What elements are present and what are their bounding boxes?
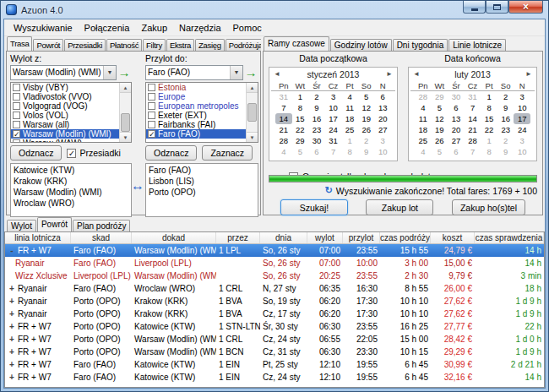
deselect-arrival-button[interactable]: Odznacz bbox=[145, 145, 197, 161]
result-row[interactable]: +FR + W7Porto (OPO)Katowice (KTW)1 STN-L… bbox=[5, 320, 544, 333]
list-item[interactable]: European metropoles bbox=[146, 101, 246, 111]
calendar-day[interactable]: 17 bbox=[325, 113, 342, 124]
list-item[interactable]: Visby (VBY) bbox=[11, 83, 119, 92]
checkbox-icon[interactable] bbox=[13, 112, 20, 119]
list-item[interactable]: Europe bbox=[146, 92, 246, 101]
menu-polaczenia[interactable]: Połączenia bbox=[79, 21, 136, 35]
calendar-day[interactable]: 1 bbox=[292, 91, 309, 102]
select-arrival-button[interactable]: Zaznacz bbox=[202, 145, 253, 161]
calendar-day[interactable]: 1 bbox=[481, 135, 497, 146]
expand-icon[interactable]: + bbox=[8, 295, 15, 308]
expand-icon[interactable]: + bbox=[8, 358, 15, 371]
list-item[interactable]: ✓Warsaw (Modlin) (WMI) bbox=[11, 129, 119, 139]
calendar-day[interactable]: 24 bbox=[514, 124, 530, 135]
list-item[interactable]: Exeter (EXT) bbox=[146, 111, 246, 120]
calendar-day[interactable]: 15 bbox=[292, 113, 309, 124]
calendar-day[interactable]: 30 bbox=[448, 91, 465, 102]
calendar-day[interactable]: 27 bbox=[448, 135, 465, 146]
calendar-day[interactable]: 6 bbox=[374, 91, 391, 102]
calendar-day[interactable]: 21 bbox=[465, 124, 481, 135]
calendar-day[interactable]: 9 bbox=[497, 146, 514, 157]
add-departure-button[interactable]: → bbox=[117, 65, 132, 80]
calendar-day[interactable]: 2 bbox=[497, 91, 514, 102]
list-item[interactable]: Fairbanks (FAI) bbox=[146, 120, 246, 129]
calendar-day[interactable]: 13 bbox=[374, 102, 391, 113]
transfers-checkbox[interactable]: ✓ Przesiadki bbox=[67, 148, 120, 158]
calendar-day[interactable]: 22 bbox=[481, 124, 497, 135]
calendar-day[interactable]: 25 bbox=[341, 124, 358, 135]
column-header-przez[interactable]: przez bbox=[216, 232, 260, 243]
calendar-day[interactable]: 2 bbox=[308, 91, 325, 102]
scroll-up-icon[interactable]: ▲ bbox=[247, 83, 258, 93]
calendar-day[interactable]: 23 bbox=[308, 124, 325, 135]
checkbox-icon[interactable] bbox=[13, 93, 20, 101]
arrival-selected-list[interactable]: Faro (FAO)Lisbon (LIS)Porto (OPO) bbox=[145, 163, 258, 217]
calendar-day[interactable]: 4 bbox=[415, 146, 432, 157]
calendar-day[interactable]: 5 bbox=[292, 146, 309, 157]
result-row[interactable]: +FR + W7Porto (OPO)Warsaw (Modlin) (WMI)… bbox=[5, 346, 544, 358]
calendar-day[interactable]: 24 bbox=[325, 124, 342, 135]
expand-icon[interactable]: + bbox=[8, 308, 15, 320]
calendar-day[interactable]: 26 bbox=[358, 124, 375, 135]
scrollbar-thumb[interactable] bbox=[121, 113, 130, 132]
calendar-day[interactable]: 15 bbox=[481, 113, 497, 124]
tab-powrot[interactable]: Powrót bbox=[37, 217, 72, 231]
calendar-day[interactable]: 5 bbox=[358, 91, 375, 102]
menu-zakup[interactable]: Zakup bbox=[135, 21, 173, 35]
calendar-day[interactable]: 25 bbox=[415, 135, 432, 146]
calendar-day[interactable]: 3 bbox=[374, 135, 391, 146]
calendar-day[interactable]: 9 bbox=[308, 102, 325, 113]
calendar-day[interactable]: 7 bbox=[325, 146, 342, 157]
checkbox-icon[interactable]: ✓ bbox=[67, 149, 76, 158]
tab-platnosc[interactable]: Płatność bbox=[106, 39, 142, 51]
calendar-day[interactable]: 11 bbox=[341, 102, 358, 113]
dropdown-icon[interactable]: ▼ bbox=[103, 66, 116, 79]
calendar-day[interactable]: 5 bbox=[432, 146, 448, 157]
calendar-prev-icon[interactable]: ◄ bbox=[273, 70, 281, 78]
column-header-koszt[interactable]: koszt bbox=[431, 232, 475, 243]
calendar-day[interactable]: 19 bbox=[432, 124, 448, 135]
calendar-day[interactable]: 8 bbox=[481, 102, 497, 113]
buy-hotel-button[interactable]: Zakup ho(s)tel bbox=[452, 199, 525, 215]
calendar-day[interactable]: 4 bbox=[341, 91, 358, 102]
calendar-day[interactable]: 21 bbox=[275, 124, 292, 135]
close-button[interactable]: × bbox=[508, 1, 543, 14]
expand-icon[interactable]: + bbox=[8, 320, 15, 333]
list-item[interactable]: Warsaw (all) bbox=[11, 120, 119, 129]
expand-icon[interactable]: + bbox=[8, 282, 15, 295]
calendar-day[interactable]: 9 bbox=[497, 102, 514, 113]
column-header-skad[interactable]: skad bbox=[71, 232, 132, 243]
calendar-day[interactable]: 7 bbox=[465, 102, 481, 113]
menu-narzedzia[interactable]: Narzędzia bbox=[173, 21, 227, 35]
list-item[interactable]: Warsaw (WAW) bbox=[11, 139, 119, 142]
calendar-day[interactable]: 9 bbox=[358, 146, 375, 157]
calendar-day[interactable]: 10 bbox=[325, 102, 342, 113]
checkbox-icon[interactable] bbox=[148, 84, 155, 91]
checkbox-icon[interactable] bbox=[13, 139, 20, 142]
expand-icon[interactable]: + bbox=[8, 333, 15, 346]
result-row[interactable]: +FR + W7Porto (OPO)Warsaw (Modlin) (WMI)… bbox=[5, 333, 544, 346]
calendar-prev-icon[interactable]: ◄ bbox=[412, 70, 421, 78]
calendar-day[interactable]: 2 bbox=[497, 135, 514, 146]
dropdown-icon[interactable]: ▼ bbox=[230, 66, 242, 79]
departure-combo[interactable]: Warsaw (Modlin) (WMI) ▼ bbox=[10, 65, 117, 80]
result-row[interactable]: +RyanairPorto (OPO)Krakow (KRK)1 BVACz, … bbox=[5, 308, 544, 320]
calendar-day[interactable]: 14 bbox=[465, 113, 481, 124]
search-button[interactable]: Szukaj! bbox=[280, 199, 348, 215]
calendar-day[interactable]: 19 bbox=[358, 113, 375, 124]
scrollbar[interactable]: ▲ ▼ bbox=[119, 83, 131, 142]
tab-plan-podrozy[interactable]: Plan podróży bbox=[73, 220, 130, 231]
calendar-day[interactable]: 1 bbox=[481, 91, 497, 102]
calendar-next-icon[interactable]: ► bbox=[525, 70, 533, 78]
column-header-dnia[interactable]: dnia bbox=[260, 232, 307, 243]
calendar-day[interactable]: 1 bbox=[341, 135, 358, 146]
column-header-wylot[interactable]: wylot bbox=[307, 232, 343, 243]
calendar-day[interactable]: 10 bbox=[514, 102, 530, 113]
tab-trasa[interactable]: Trasa bbox=[7, 36, 32, 51]
list-item[interactable]: ✓Faro (FAO) bbox=[146, 129, 246, 139]
calendar-day[interactable]: 16 bbox=[308, 113, 325, 124]
list-item[interactable]: Vladivostok (VVO) bbox=[11, 92, 119, 101]
menu-wyszukiwanie[interactable]: Wyszukiwanie bbox=[8, 21, 79, 35]
scroll-down-icon[interactable]: ▼ bbox=[247, 132, 258, 142]
calendar-day[interactable]: 7 bbox=[465, 146, 481, 157]
